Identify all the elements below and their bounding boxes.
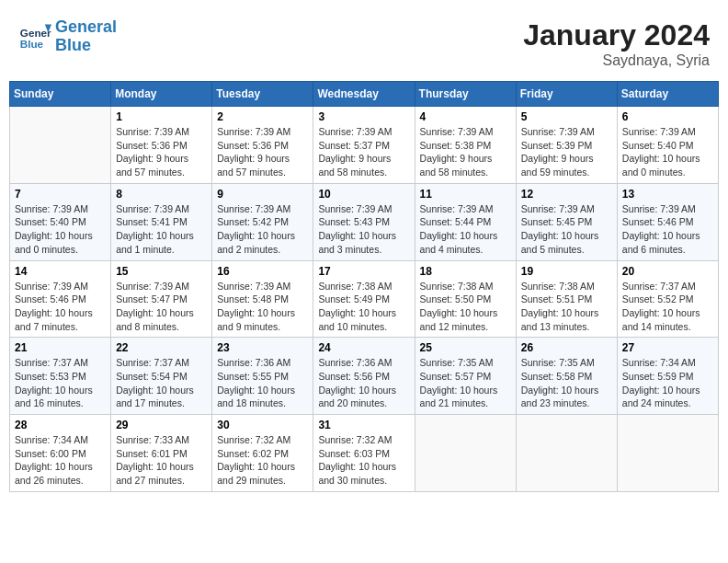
day-number: 30 — [217, 419, 308, 431]
day-number: 25 — [420, 341, 511, 354]
weekday-header-friday: Friday — [516, 82, 617, 107]
day-number: 14 — [15, 265, 106, 278]
day-info: Sunrise: 7:35 AM Sunset: 5:57 PM Dayligh… — [420, 356, 511, 410]
day-number: 8 — [116, 188, 207, 201]
day-info: Sunrise: 7:35 AM Sunset: 5:58 PM Dayligh… — [521, 356, 612, 410]
day-number: 9 — [217, 188, 308, 201]
weekday-header-wednesday: Wednesday — [313, 82, 415, 107]
svg-text:Blue: Blue — [20, 37, 44, 49]
calendar-cell: 9Sunrise: 7:39 AM Sunset: 5:42 PM Daylig… — [212, 183, 313, 260]
calendar-cell: 12Sunrise: 7:39 AM Sunset: 5:45 PM Dayli… — [516, 183, 617, 260]
day-number: 24 — [318, 341, 409, 354]
day-number: 11 — [420, 188, 511, 201]
weekday-header-saturday: Saturday — [617, 82, 718, 107]
month-title: January 2024 — [523, 18, 710, 52]
calendar-week-row: 14Sunrise: 7:39 AM Sunset: 5:46 PM Dayli… — [10, 260, 719, 338]
calendar-cell: 30Sunrise: 7:32 AM Sunset: 6:02 PM Dayli… — [212, 415, 313, 492]
calendar-cell: 5Sunrise: 7:39 AM Sunset: 5:39 PM Daylig… — [516, 107, 617, 184]
day-info: Sunrise: 7:39 AM Sunset: 5:43 PM Dayligh… — [318, 202, 409, 257]
day-number: 21 — [15, 341, 106, 354]
calendar-cell: 20Sunrise: 7:37 AM Sunset: 5:52 PM Dayli… — [617, 260, 718, 338]
day-info: Sunrise: 7:36 AM Sunset: 5:56 PM Dayligh… — [318, 356, 409, 410]
logo-icon: General Blue — [18, 20, 51, 53]
day-number: 15 — [116, 265, 207, 278]
day-info: Sunrise: 7:39 AM Sunset: 5:40 PM Dayligh… — [15, 202, 106, 257]
weekday-header-row: SundayMondayTuesdayWednesdayThursdayFrid… — [10, 82, 719, 107]
day-info: Sunrise: 7:39 AM Sunset: 5:39 PM Dayligh… — [521, 125, 612, 179]
day-number: 31 — [318, 419, 409, 431]
day-info: Sunrise: 7:39 AM Sunset: 5:46 PM Dayligh… — [15, 280, 106, 334]
day-number: 18 — [420, 265, 511, 278]
calendar-cell: 27Sunrise: 7:34 AM Sunset: 5:59 PM Dayli… — [617, 338, 718, 415]
day-info: Sunrise: 7:39 AM Sunset: 5:36 PM Dayligh… — [116, 125, 207, 179]
calendar-week-row: 7Sunrise: 7:39 AM Sunset: 5:40 PM Daylig… — [10, 183, 719, 260]
calendar-cell: 16Sunrise: 7:39 AM Sunset: 5:48 PM Dayli… — [212, 260, 313, 338]
calendar-cell: 28Sunrise: 7:34 AM Sunset: 6:00 PM Dayli… — [10, 415, 111, 492]
day-number: 2 — [217, 110, 308, 123]
calendar-cell: 7Sunrise: 7:39 AM Sunset: 5:40 PM Daylig… — [10, 183, 111, 260]
day-info: Sunrise: 7:39 AM Sunset: 5:48 PM Dayligh… — [217, 280, 308, 334]
day-number: 13 — [622, 188, 713, 201]
day-number: 6 — [622, 110, 713, 123]
calendar-cell: 23Sunrise: 7:36 AM Sunset: 5:55 PM Dayli… — [212, 338, 313, 415]
calendar-cell — [415, 415, 516, 492]
calendar-week-row: 28Sunrise: 7:34 AM Sunset: 6:00 PM Dayli… — [10, 415, 719, 492]
calendar-cell: 26Sunrise: 7:35 AM Sunset: 5:58 PM Dayli… — [516, 338, 617, 415]
day-number: 23 — [217, 341, 308, 354]
day-number: 16 — [217, 265, 308, 278]
day-info: Sunrise: 7:39 AM Sunset: 5:40 PM Dayligh… — [622, 125, 713, 179]
calendar-week-row: 21Sunrise: 7:37 AM Sunset: 5:53 PM Dayli… — [10, 338, 719, 415]
calendar-cell: 25Sunrise: 7:35 AM Sunset: 5:57 PM Dayli… — [415, 338, 516, 415]
calendar-cell: 13Sunrise: 7:39 AM Sunset: 5:46 PM Dayli… — [617, 183, 718, 260]
day-info: Sunrise: 7:38 AM Sunset: 5:49 PM Dayligh… — [318, 280, 409, 334]
day-number: 1 — [116, 110, 207, 123]
page-header: General Blue General Blue January 2024 S… — [9, 9, 719, 74]
weekday-header-sunday: Sunday — [10, 82, 111, 107]
day-number: 10 — [318, 188, 409, 201]
title-block: January 2024 Saydnaya, Syria — [523, 18, 710, 69]
day-number: 17 — [318, 265, 409, 278]
calendar-cell: 19Sunrise: 7:38 AM Sunset: 5:51 PM Dayli… — [516, 260, 617, 338]
calendar-cell: 17Sunrise: 7:38 AM Sunset: 5:49 PM Dayli… — [313, 260, 415, 338]
calendar-cell: 10Sunrise: 7:39 AM Sunset: 5:43 PM Dayli… — [313, 183, 415, 260]
calendar-cell — [617, 415, 718, 492]
logo: General Blue General Blue — [18, 18, 117, 55]
logo-text: General Blue — [55, 18, 117, 55]
calendar-cell — [10, 107, 111, 184]
day-info: Sunrise: 7:33 AM Sunset: 6:01 PM Dayligh… — [116, 433, 207, 488]
day-number: 19 — [521, 265, 612, 278]
day-number: 3 — [318, 110, 409, 123]
calendar-cell: 11Sunrise: 7:39 AM Sunset: 5:44 PM Dayli… — [415, 183, 516, 260]
logo-general: General — [55, 17, 117, 36]
day-number: 4 — [420, 110, 511, 123]
calendar-cell: 21Sunrise: 7:37 AM Sunset: 5:53 PM Dayli… — [10, 338, 111, 415]
day-info: Sunrise: 7:34 AM Sunset: 6:00 PM Dayligh… — [15, 433, 106, 488]
day-info: Sunrise: 7:39 AM Sunset: 5:38 PM Dayligh… — [420, 125, 511, 179]
calendar-cell: 29Sunrise: 7:33 AM Sunset: 6:01 PM Dayli… — [111, 415, 212, 492]
day-info: Sunrise: 7:39 AM Sunset: 5:46 PM Dayligh… — [622, 202, 713, 257]
calendar-cell: 4Sunrise: 7:39 AM Sunset: 5:38 PM Daylig… — [415, 107, 516, 184]
logo-blue: Blue — [55, 36, 91, 54]
day-number: 20 — [622, 265, 713, 278]
calendar-cell: 2Sunrise: 7:39 AM Sunset: 5:36 PM Daylig… — [212, 107, 313, 184]
day-number: 22 — [116, 341, 207, 354]
day-info: Sunrise: 7:32 AM Sunset: 6:03 PM Dayligh… — [318, 433, 409, 488]
location: Saydnaya, Syria — [523, 52, 710, 69]
calendar-cell: 1Sunrise: 7:39 AM Sunset: 5:36 PM Daylig… — [111, 107, 212, 184]
calendar-cell: 14Sunrise: 7:39 AM Sunset: 5:46 PM Dayli… — [10, 260, 111, 338]
calendar-cell: 6Sunrise: 7:39 AM Sunset: 5:40 PM Daylig… — [617, 107, 718, 184]
day-number: 7 — [15, 188, 106, 201]
day-number: 5 — [521, 110, 612, 123]
day-info: Sunrise: 7:39 AM Sunset: 5:41 PM Dayligh… — [116, 202, 207, 257]
calendar-cell — [516, 415, 617, 492]
calendar-cell: 31Sunrise: 7:32 AM Sunset: 6:03 PM Dayli… — [313, 415, 415, 492]
calendar-week-row: 1Sunrise: 7:39 AM Sunset: 5:36 PM Daylig… — [10, 107, 719, 184]
calendar-cell: 18Sunrise: 7:38 AM Sunset: 5:50 PM Dayli… — [415, 260, 516, 338]
weekday-header-monday: Monday — [111, 82, 212, 107]
day-number: 29 — [116, 419, 207, 431]
day-info: Sunrise: 7:36 AM Sunset: 5:55 PM Dayligh… — [217, 356, 308, 410]
weekday-header-thursday: Thursday — [415, 82, 516, 107]
day-number: 12 — [521, 188, 612, 201]
calendar-cell: 8Sunrise: 7:39 AM Sunset: 5:41 PM Daylig… — [111, 183, 212, 260]
day-info: Sunrise: 7:37 AM Sunset: 5:54 PM Dayligh… — [116, 356, 207, 410]
